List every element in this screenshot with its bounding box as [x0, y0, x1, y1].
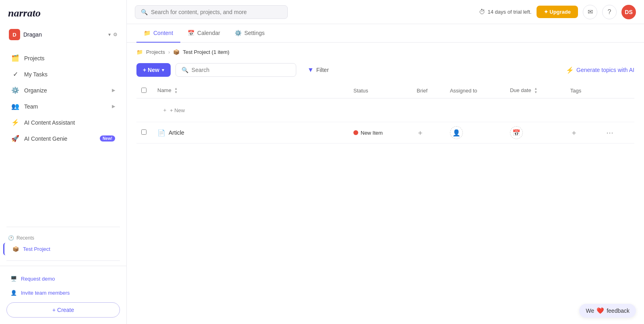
tab-calendar[interactable]: 📅 Calendar	[180, 24, 227, 43]
sort-icons: ▲▼	[174, 87, 178, 94]
cell-assigned-to[interactable]: 👤	[445, 122, 505, 144]
request-demo-link[interactable]: 🖥️ Request demo	[6, 273, 120, 285]
cell-actions[interactable]: ⋯	[599, 122, 634, 144]
sidebar-item-label: Organize	[24, 87, 47, 94]
divider	[6, 260, 120, 261]
cell-name: 📄 Article	[153, 122, 349, 144]
sidebar-bottom: 🖥️ Request demo 👤 Invite team members + …	[0, 266, 126, 324]
person-icon: 👤	[452, 129, 460, 137]
th-brief: Brief	[412, 83, 445, 98]
sidebar-item-label: AI Content Assistant	[24, 119, 75, 126]
add-row-button[interactable]: ＋ + New	[157, 103, 630, 118]
add-row[interactable]: ＋ + New	[136, 98, 634, 122]
user-name: Dragan	[23, 31, 105, 38]
row-checkbox[interactable]	[141, 129, 147, 135]
invite-icon: 👤	[10, 290, 17, 296]
cell-tags[interactable]: ＋	[566, 122, 599, 144]
lightning-icon: ⚡	[566, 66, 574, 74]
add-brief-icon[interactable]: ＋	[417, 129, 424, 137]
gear-icon[interactable]: ⚙	[113, 32, 118, 37]
sidebar-item-organize[interactable]: ⚙️ Organize ▶	[3, 82, 123, 98]
row-actions-button[interactable]: ⋯	[604, 127, 616, 138]
table-row: 📄 Article New Item ＋	[136, 122, 634, 144]
check-icon: ✓	[11, 70, 19, 78]
logo: narrato	[0, 0, 126, 26]
invite-team-link[interactable]: 👤 Invite team members	[6, 287, 120, 299]
sidebar-item-my-tasks[interactable]: ✓ My Tasks	[3, 66, 123, 82]
logo-text: narrato	[8, 7, 41, 19]
global-search[interactable]: 🔍	[135, 5, 288, 19]
calendar-icon: 📅	[512, 129, 520, 137]
cell-due-date[interactable]: 📅	[505, 122, 566, 144]
search-input[interactable]	[151, 9, 282, 15]
trial-info: ⏱ 14 days of trial left.	[479, 8, 532, 16]
help-button[interactable]: ?	[602, 5, 617, 19]
sidebar: narrato D Dragan ▾ ⚙ 🗂️ Projects ✓ My Ta…	[0, 0, 127, 324]
new-button[interactable]: + New ▾	[136, 63, 171, 77]
sidebar-item-team[interactable]: 👥 Team ▶	[3, 98, 123, 114]
help-icon: ?	[608, 8, 611, 16]
divider	[6, 227, 120, 227]
avatar: D	[9, 29, 20, 40]
th-checkbox	[136, 83, 153, 98]
th-name[interactable]: Name ▲▼	[153, 83, 349, 98]
sort-icons: ▲▼	[534, 87, 537, 94]
breadcrumb: 📁 Projects › 📦 Test Project (1 item)	[127, 43, 644, 60]
content-search-input[interactable]	[192, 67, 290, 73]
lightning-icon: ⚡	[11, 119, 19, 126]
breadcrumb-project-icon: 📦	[173, 49, 180, 55]
chevron-down-icon: ▾	[162, 68, 164, 73]
plus-icon: ＋	[162, 107, 167, 114]
th-assigned-to: Assigned to	[445, 83, 505, 98]
breadcrumb-separator: ›	[168, 49, 170, 55]
sidebar-item-ai-content-assistant[interactable]: ⚡ AI Content Assistant	[3, 115, 123, 130]
topbar: 🔍 ⏱ 14 days of trial left. ✦ Upgrade ✉ ?…	[127, 0, 644, 24]
th-tags: Tags	[566, 83, 599, 98]
recents-label: 🕐 Recents	[0, 232, 126, 242]
tab-settings[interactable]: ⚙️ Settings	[227, 24, 272, 43]
clock-icon: 🕐	[8, 235, 14, 241]
create-button[interactable]: + Create	[6, 302, 120, 318]
breadcrumb-parent-link[interactable]: Projects	[146, 49, 165, 55]
generate-topics-button[interactable]: ⚡ Generate topics with AI	[566, 66, 634, 74]
status-dot	[353, 130, 358, 135]
cell-brief[interactable]: ＋	[412, 122, 445, 144]
content-search[interactable]: 🔍	[175, 63, 296, 77]
timer-icon: ⏱	[479, 8, 485, 16]
chevron-down-icon[interactable]: ▾	[108, 32, 111, 37]
project-icon: 📦	[12, 246, 19, 252]
upgrade-button[interactable]: ✦ Upgrade	[537, 6, 578, 18]
filter-icon: ▼	[308, 66, 314, 74]
mail-button[interactable]: ✉	[583, 5, 597, 19]
set-due-date-button[interactable]: 📅	[510, 126, 523, 139]
select-all-checkbox[interactable]	[141, 88, 147, 93]
assign-user-button[interactable]: 👤	[450, 126, 463, 139]
rocket-icon: 🚀	[11, 135, 19, 142]
feedback-badge[interactable]: We ❤️ feedback	[579, 304, 636, 318]
recent-item-test-project[interactable]: 📦 Test Project	[3, 243, 123, 255]
filter-button[interactable]: ▼ Filter	[301, 63, 335, 77]
content-area: 📁 Content 📅 Calendar ⚙️ Settings 📁 Proje…	[127, 24, 644, 324]
new-badge: New!	[100, 135, 115, 141]
table-header-row: Name ▲▼ Status Brief Assigned to	[136, 83, 634, 98]
cell-status: New Item	[349, 122, 412, 144]
th-due-date[interactable]: Due date ▲▼	[505, 83, 566, 98]
sidebar-item-projects[interactable]: 🗂️ Projects	[3, 50, 123, 66]
toolbar: + New ▾ 🔍 ▼ Filter ⚡ Generate topics wit…	[127, 60, 644, 83]
sidebar-item-ai-content-genie[interactable]: 🚀 AI Content Genie New!	[3, 131, 123, 146]
th-status: Status	[349, 83, 412, 98]
chevron-right-icon: ▶	[112, 88, 115, 93]
user-avatar-top[interactable]: DS	[621, 5, 636, 19]
tab-content[interactable]: 📁 Content	[136, 24, 180, 43]
calendar-icon: 📅	[188, 30, 194, 36]
main-content: 🔍 ⏱ 14 days of trial left. ✦ Upgrade ✉ ?…	[127, 0, 644, 324]
th-actions	[599, 83, 634, 98]
organize-icon: ⚙️	[11, 86, 19, 94]
add-tag-icon[interactable]: ＋	[570, 129, 578, 137]
briefcase-icon: 🗂️	[11, 54, 19, 62]
folder-icon: 📁	[144, 30, 151, 36]
breadcrumb-parent-icon: 📁	[136, 49, 143, 55]
breadcrumb-current: Test Project (1 item)	[183, 49, 229, 55]
user-menu[interactable]: D Dragan ▾ ⚙	[3, 26, 123, 43]
heart-icon: ❤️	[597, 307, 604, 314]
